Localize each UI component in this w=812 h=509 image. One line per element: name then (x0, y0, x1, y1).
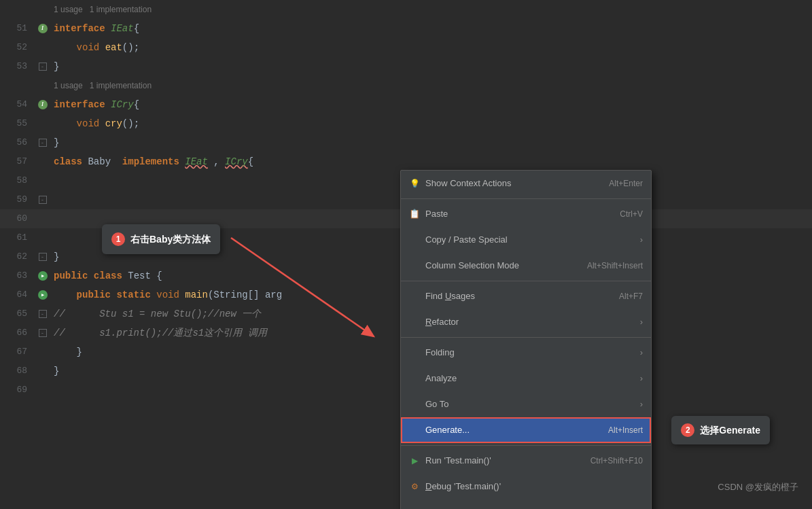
menu-item-refactor[interactable]: Refactor › (401, 309, 651, 335)
impl-icon-51[interactable] (38, 24, 48, 33)
line-gutter-62[interactable]: - (34, 253, 51, 261)
find-icon (409, 291, 420, 302)
tooltip-2-text: 选择Generate (700, 421, 760, 440)
line-53: 53 - } (0, 57, 812, 76)
line-content-55: void cry(); (51, 114, 812, 133)
menu-item-label: Run 'Test.main()' with Coverage (425, 503, 643, 509)
line-number-60: 60 (0, 209, 34, 228)
line-number-56: 56 (0, 133, 34, 152)
line-gutter-54[interactable] (34, 100, 51, 109)
menu-item-run-main[interactable]: ▶ Run 'Test.main()' Ctrl+Shift+F10 (401, 448, 651, 474)
tooltip-2: 2 选择Generate (671, 416, 770, 444)
analyze-icon (409, 373, 420, 384)
line-gutter-64[interactable] (34, 290, 51, 300)
menu-item-label: Run 'Test.main()' (425, 451, 577, 470)
menu-item-debug-main[interactable]: ⚙ Debug 'Test.main()' (401, 474, 651, 499)
usage-hint-2: 1 usage 1 implementation (51, 76, 812, 95)
submenu-arrow: › (640, 395, 643, 414)
goto-icon (409, 399, 420, 410)
menu-item-label: Show Context Actions (425, 174, 595, 193)
menu-item-label: Debug 'Test.main()' (425, 477, 643, 496)
run-icon-64[interactable] (38, 290, 48, 300)
submenu-arrow: › (640, 343, 643, 362)
fold-icon-59[interactable]: - (39, 196, 47, 204)
line-content-56: } (51, 133, 812, 152)
run-main-icon: ▶ (409, 455, 420, 466)
line-number-69: 69 (0, 381, 34, 400)
impl-icon-54[interactable] (38, 100, 48, 109)
tooltip-1: 1 右击Baby类方法体 (102, 224, 220, 254)
line-gutter-51[interactable] (34, 24, 51, 33)
run-icon-63[interactable] (38, 271, 48, 281)
line-content-53: } (51, 57, 812, 76)
paste-icon: 📋 (409, 209, 420, 220)
menu-item-label: Paste (425, 205, 606, 224)
submenu-arrow: › (640, 313, 643, 332)
menu-shortcut: Alt+Shift+Insert (587, 256, 643, 275)
menu-item-paste[interactable]: 📋 Paste Ctrl+V (401, 201, 651, 227)
hint-line-2: 1 usage 1 implementation (0, 76, 812, 95)
line-number-57: 57 (0, 152, 34, 171)
copy-paste-icon (409, 234, 420, 245)
menu-separator-1 (401, 198, 651, 199)
line-content-52: void eat(); (51, 38, 812, 57)
submenu-arrow: › (640, 369, 643, 388)
code-editor: 1 usage 1 implementation 51 interface IE… (0, 0, 812, 509)
column-selection-icon (409, 260, 420, 271)
menu-item-show-context[interactable]: 💡 Show Context Actions Alt+Enter (401, 171, 651, 196)
menu-item-copy-paste-special[interactable]: Copy / Paste Special › (401, 227, 651, 253)
tooltip-1-number: 1 (111, 232, 125, 246)
line-54: 54 interface ICry{ (0, 95, 812, 114)
line-number-61: 61 (0, 228, 34, 247)
debug-icon: ⚙ (409, 481, 420, 492)
line-number-66: 66 (0, 323, 34, 343)
line-gutter-66[interactable]: - (34, 329, 51, 337)
line-57: 57 class Baby implements IEat , ICry{ (0, 152, 812, 171)
tooltip-2-number: 2 (681, 423, 694, 437)
line-number-51: 51 (0, 19, 34, 38)
menu-item-column-selection[interactable]: Column Selection Mode Alt+Shift+Insert (401, 253, 651, 279)
fold-icon-56[interactable]: - (39, 139, 47, 147)
menu-shortcut: Ctrl+Shift+F10 (590, 451, 643, 470)
fold-icon-65[interactable]: - (39, 310, 47, 318)
line-number-55: 55 (0, 114, 34, 133)
menu-item-run-coverage[interactable]: ↩ Run 'Test.main()' with Coverage (401, 499, 651, 509)
menu-shortcut: Alt+Insert (608, 421, 643, 440)
menu-item-find-usages[interactable]: Find Usages Alt+F7 (401, 283, 651, 309)
fold-icon-66[interactable]: - (39, 329, 47, 337)
line-gutter-63[interactable] (34, 271, 51, 281)
menu-item-label: Go To (425, 395, 635, 414)
menu-item-analyze[interactable]: Analyze › (401, 366, 651, 391)
line-number-68: 68 (0, 362, 34, 381)
line-52: 52 void eat(); (0, 38, 812, 57)
menu-shortcut: Alt+F7 (619, 287, 643, 306)
menu-item-label: Refactor (425, 313, 635, 332)
line-gutter-65[interactable]: - (34, 310, 51, 318)
menu-item-goto[interactable]: Go To › (401, 391, 651, 417)
line-number-54: 54 (0, 95, 34, 114)
folding-icon (409, 347, 420, 358)
menu-separator-2 (401, 281, 651, 281)
line-number-59: 59 (0, 190, 34, 209)
line-number-62: 62 (0, 247, 34, 266)
line-number-64: 64 (0, 285, 34, 304)
context-menu: 💡 Show Context Actions Alt+Enter 📋 Paste… (400, 170, 652, 509)
fold-icon-53[interactable]: - (39, 63, 47, 71)
line-content-51: interface IEat{ (51, 19, 812, 38)
line-gutter-59[interactable]: - (34, 196, 51, 204)
menu-item-generate[interactable]: Generate... Alt+Insert 2 选择Generate (401, 417, 651, 443)
line-number-52: 52 (0, 38, 34, 57)
usage-hint-1: 1 usage 1 implementation (51, 0, 812, 19)
line-gutter-56[interactable]: - (34, 139, 51, 147)
fold-icon-62[interactable]: - (39, 253, 47, 261)
tooltip-1-text: 右击Baby类方法体 (130, 230, 211, 249)
menu-item-folding[interactable]: Folding › (401, 340, 651, 366)
line-number-63: 63 (0, 266, 34, 285)
line-56: 56 - } (0, 133, 812, 152)
line-gutter-53[interactable]: - (34, 63, 51, 71)
watermark: CSDN @发疯的橙子 (718, 478, 798, 497)
line-number-58: 58 (0, 171, 34, 190)
line-number-67: 67 (0, 343, 34, 362)
submenu-arrow: › (640, 230, 643, 249)
menu-item-label: Column Selection Mode (425, 256, 573, 275)
